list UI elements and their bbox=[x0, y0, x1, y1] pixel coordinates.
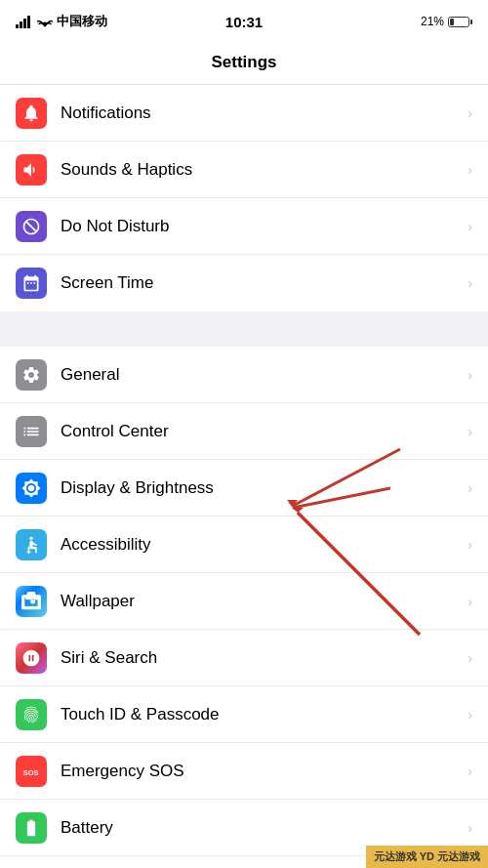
siri-icon bbox=[16, 642, 47, 674]
watermark: 元达游戏 YD 元达游戏 bbox=[366, 846, 488, 868]
donotdisturb-label: Do Not Disturb bbox=[61, 217, 460, 236]
controlcenter-label: Control Center bbox=[61, 422, 460, 441]
notifications-label: Notifications bbox=[61, 103, 460, 123]
sounds-chevron: › bbox=[468, 162, 472, 178]
battery-svg bbox=[21, 818, 41, 838]
controlcenter-svg bbox=[21, 422, 41, 441]
wifi-icon bbox=[37, 16, 53, 28]
wallpaper-label: Wallpaper bbox=[61, 592, 460, 611]
screentime-label: Screen Time bbox=[61, 273, 460, 293]
battery-chevron: › bbox=[468, 820, 472, 836]
settings-section-2: General › Control Center › Display & Bri… bbox=[0, 347, 488, 868]
wallpaper-icon bbox=[16, 586, 47, 617]
accessibility-label: Accessibility bbox=[61, 535, 460, 555]
touchid-svg bbox=[21, 705, 41, 724]
status-bar: 中国移动 10:31 21% bbox=[0, 0, 488, 43]
donotdisturb-icon bbox=[16, 211, 47, 242]
notifications-svg bbox=[21, 103, 41, 123]
display-svg bbox=[21, 478, 41, 498]
notifications-icon bbox=[16, 98, 47, 129]
notifications-chevron: › bbox=[468, 105, 472, 121]
signal-icon bbox=[16, 16, 33, 28]
svg-text:SOS: SOS bbox=[23, 768, 39, 777]
settings-row-general[interactable]: General › bbox=[0, 347, 488, 403]
sounds-icon bbox=[16, 154, 47, 186]
emergencysos-icon: SOS bbox=[16, 756, 47, 787]
touchid-icon bbox=[16, 699, 47, 730]
settings-row-siri[interactable]: Siri & Search › bbox=[0, 630, 488, 686]
siri-chevron: › bbox=[468, 650, 472, 666]
touchid-chevron: › bbox=[468, 707, 472, 723]
wallpaper-chevron: › bbox=[468, 594, 472, 609]
settings-section-1: Notifications › Sounds & Haptics › Do No… bbox=[0, 85, 488, 311]
sounds-label: Sounds & Haptics bbox=[61, 160, 460, 180]
emergencysos-svg: SOS bbox=[21, 762, 41, 781]
battery-icon bbox=[16, 812, 47, 844]
siri-label: Siri & Search bbox=[61, 648, 460, 668]
donotdisturb-chevron: › bbox=[468, 219, 472, 234]
settings-row-wallpaper[interactable]: Wallpaper › bbox=[0, 573, 488, 630]
display-label: Display & Brightness bbox=[61, 478, 460, 498]
screentime-chevron: › bbox=[468, 275, 472, 291]
accessibility-chevron: › bbox=[468, 537, 472, 553]
emergencysos-chevron: › bbox=[468, 764, 472, 779]
svg-rect-2 bbox=[23, 19, 26, 28]
screentime-icon bbox=[16, 268, 47, 299]
page-title: Settings bbox=[211, 53, 276, 71]
siri-svg bbox=[21, 648, 41, 668]
accessibility-svg bbox=[21, 535, 41, 555]
general-svg bbox=[21, 365, 41, 385]
settings-row-sounds[interactable]: Sounds & Haptics › bbox=[0, 142, 488, 198]
battery-label: Battery bbox=[61, 818, 460, 838]
settings-row-emergencysos[interactable]: SOS Emergency SOS › bbox=[0, 743, 488, 800]
general-chevron: › bbox=[468, 367, 472, 383]
settings-row-notifications[interactable]: Notifications › bbox=[0, 85, 488, 142]
svg-rect-3 bbox=[27, 16, 30, 28]
display-icon bbox=[16, 473, 47, 504]
settings-row-screentime[interactable]: Screen Time › bbox=[0, 255, 488, 311]
svg-rect-1 bbox=[20, 21, 22, 28]
emergencysos-label: Emergency SOS bbox=[61, 762, 460, 781]
screentime-svg bbox=[21, 273, 41, 293]
settings-row-controlcenter[interactable]: Control Center › bbox=[0, 403, 488, 460]
general-icon bbox=[16, 359, 47, 391]
accessibility-icon bbox=[16, 529, 47, 560]
section-divider-1 bbox=[0, 312, 488, 347]
settings-row-touchid[interactable]: Touch ID & Passcode › bbox=[0, 686, 488, 743]
settings-row-display[interactable]: Display & Brightness › bbox=[0, 460, 488, 517]
general-label: General bbox=[61, 365, 460, 385]
battery-percent: 21% bbox=[421, 15, 444, 28]
donotdisturb-svg bbox=[21, 217, 41, 236]
nav-bar: Settings bbox=[0, 43, 488, 85]
touchid-label: Touch ID & Passcode bbox=[61, 705, 460, 724]
settings-row-accessibility[interactable]: Accessibility › bbox=[0, 517, 488, 573]
sounds-svg bbox=[21, 160, 41, 180]
status-time: 10:31 bbox=[225, 14, 263, 30]
status-left: 中国移动 bbox=[16, 13, 107, 30]
svg-rect-0 bbox=[16, 24, 19, 28]
status-right: 21% bbox=[421, 15, 472, 28]
settings-row-donotdisturb[interactable]: Do Not Disturb › bbox=[0, 198, 488, 255]
controlcenter-icon bbox=[16, 416, 47, 447]
controlcenter-chevron: › bbox=[468, 424, 472, 439]
wallpaper-svg bbox=[21, 592, 41, 611]
svg-point-4 bbox=[29, 536, 32, 539]
display-chevron: › bbox=[468, 480, 472, 496]
battery-icon bbox=[448, 17, 472, 27]
carrier-text: 中国移动 bbox=[57, 13, 107, 30]
